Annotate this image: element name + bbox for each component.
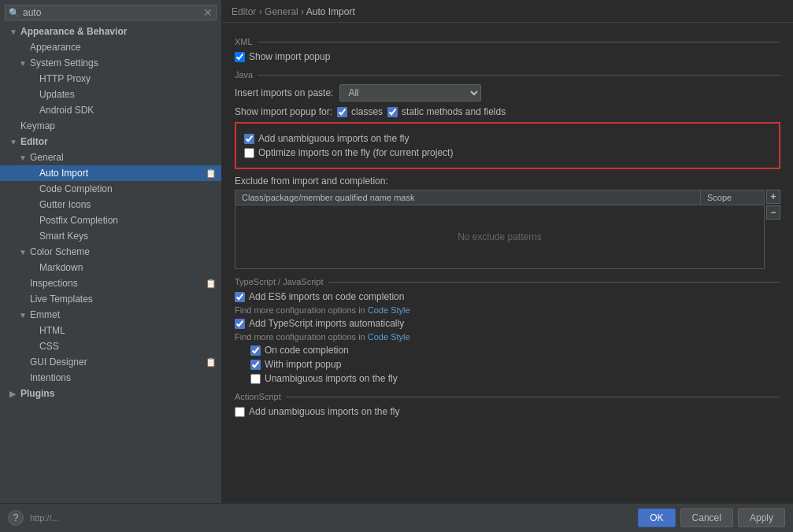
sidebar-item-plugins[interactable]: ▶ Plugins: [0, 386, 221, 401]
breadcrumb-editor: Editor: [232, 6, 256, 17]
optimize-imports-label[interactable]: Optimize imports on the fly (for current…: [244, 147, 453, 158]
add-es6-checkbox[interactable]: [235, 292, 245, 302]
sidebar-item-editor[interactable]: ▼ Editor: [0, 134, 221, 150]
sidebar-item-label: HTTP Proxy: [39, 73, 91, 84]
sidebar-item-android-sdk[interactable]: Android SDK: [0, 102, 221, 118]
sidebar-item-emmet[interactable]: ▼ Emmet: [0, 307, 221, 323]
sidebar-item-system-settings[interactable]: ▼ System Settings: [0, 55, 221, 71]
sidebar-item-live-templates[interactable]: Live Templates: [0, 291, 221, 307]
sidebar-item-html[interactable]: HTML: [0, 323, 221, 338]
more-config-ts2: Find more configuration options in Code …: [235, 332, 780, 342]
search-clear-icon[interactable]: ✕: [203, 7, 213, 18]
sidebar-item-label: Code Completion: [39, 183, 113, 194]
classes-checkbox[interactable]: [337, 107, 347, 117]
breadcrumb: Editor › General › Auto Import: [222, 0, 793, 23]
sidebar-item-code-completion[interactable]: Code Completion: [0, 181, 221, 197]
sidebar-item-gui-designer[interactable]: GUI Designer 📋: [0, 354, 221, 370]
on-code-completion-row: On code completion: [250, 345, 780, 356]
sidebar-item-label: Gutter Icons: [39, 199, 91, 210]
add-typescript-row: Add TypeScript imports automatically: [235, 318, 780, 329]
sidebar-item-http-proxy[interactable]: HTTP Proxy: [0, 71, 221, 87]
search-icon: 🔍: [9, 8, 20, 18]
search-input[interactable]: [23, 7, 203, 18]
with-import-popup-label[interactable]: With import popup: [250, 359, 341, 370]
breadcrumb-current: Auto Import: [306, 6, 355, 17]
sidebar-item-postfix-completion[interactable]: Postfix Completion: [0, 212, 221, 228]
table-header: Class/package/member qualified name mask…: [235, 190, 764, 205]
cancel-button[interactable]: Cancel: [680, 508, 733, 527]
sidebar-item-intentions[interactable]: Intentions: [0, 370, 221, 386]
add-typescript-label[interactable]: Add TypeScript imports automatically: [235, 318, 404, 329]
more-config-ts1: Find more configuration options in Code …: [235, 305, 780, 315]
static-methods-checkbox[interactable]: [387, 107, 398, 117]
sidebar-item-css[interactable]: CSS: [0, 338, 221, 354]
add-unambiguous-as-label[interactable]: Add unambiguous imports on the fly: [235, 406, 399, 417]
sidebar-item-smart-keys[interactable]: Smart Keys: [0, 228, 221, 244]
sidebar-item-label: Appearance: [30, 42, 81, 53]
add-es6-row: Add ES6 imports on code completion: [235, 291, 780, 302]
show-import-popup-for-label: Show import popup for:: [235, 106, 332, 117]
sidebar-item-label: Live Templates: [30, 294, 93, 305]
actionscript-section-label: ActionScript: [235, 392, 780, 401]
tree-container: ▼ Appearance & Behavior Appearance ▼ Sys…: [0, 24, 221, 503]
classes-option[interactable]: classes: [337, 106, 383, 117]
sidebar-item-label: Keymap: [20, 120, 55, 131]
add-row-button[interactable]: +: [766, 190, 780, 204]
sidebar-item-label: Markdown: [39, 262, 83, 273]
insert-imports-select[interactable]: All Ask None: [339, 84, 481, 102]
ts-js-section-label: TypeScript / JavaScript: [235, 277, 780, 286]
show-import-popup-checkbox[interactable]: [235, 52, 245, 62]
status-hint: http://...: [30, 513, 59, 523]
breadcrumb-general: General: [265, 6, 298, 17]
sidebar-item-general[interactable]: ▼ General: [0, 150, 221, 165]
optimize-imports-row: Optimize imports on the fly (for current…: [244, 147, 771, 158]
sidebar-item-color-scheme[interactable]: ▼ Color Scheme: [0, 244, 221, 260]
help-button[interactable]: ?: [8, 510, 24, 526]
sidebar-item-inspections[interactable]: Inspections 📋: [0, 275, 221, 291]
sidebar-item-label: HTML: [39, 325, 65, 336]
highlighted-options-box: Add unambiguous imports on the fly Optim…: [235, 122, 780, 169]
bottom-left: ? http://...: [8, 510, 59, 526]
expand-icon: ▼: [19, 248, 30, 257]
sidebar-item-updates[interactable]: Updates: [0, 87, 221, 102]
ok-button[interactable]: OK: [638, 508, 675, 527]
unambiguous-imports-checkbox[interactable]: [250, 374, 261, 384]
sidebar-item-markdown[interactable]: Markdown: [0, 260, 221, 275]
add-typescript-checkbox[interactable]: [235, 319, 245, 329]
show-import-popup-label[interactable]: Show import popup: [235, 51, 330, 62]
add-unambiguous-checkbox[interactable]: [244, 134, 254, 144]
sidebar-item-gutter-icons[interactable]: Gutter Icons: [0, 197, 221, 212]
search-box[interactable]: 🔍 ✕: [5, 5, 217, 20]
on-code-completion-checkbox[interactable]: [250, 345, 261, 356]
settings-dialog: 🔍 ✕ ▼ Appearance & Behavior Appearance ▼…: [0, 0, 793, 532]
table-body: No exclude patterns: [235, 205, 764, 268]
remove-row-button[interactable]: −: [766, 205, 780, 220]
sidebar-item-label: System Settings: [30, 57, 98, 68]
sidebar-badge-inspections: 📋: [206, 279, 217, 289]
unambiguous-imports-label[interactable]: Unambiguous imports on the fly: [250, 373, 398, 384]
main-content: XML Show import popup Java Insert import…: [222, 23, 793, 503]
code-style-link1[interactable]: Code Style: [368, 305, 410, 315]
apply-button[interactable]: Apply: [738, 508, 785, 527]
static-methods-option[interactable]: static methods and fields: [387, 106, 506, 117]
on-code-completion-label[interactable]: On code completion: [250, 345, 349, 356]
right-panel: Editor › General › Auto Import XML Show …: [222, 0, 793, 503]
sidebar-item-appearance[interactable]: Appearance: [0, 39, 221, 55]
add-unambiguous-as-checkbox[interactable]: [235, 407, 245, 417]
optimize-imports-checkbox[interactable]: [244, 148, 254, 158]
table-sidebar: + −: [766, 190, 780, 269]
left-panel: 🔍 ✕ ▼ Appearance & Behavior Appearance ▼…: [0, 0, 222, 503]
code-style-link2[interactable]: Code Style: [368, 332, 410, 342]
add-unambiguous-row: Add unambiguous imports on the fly: [244, 133, 771, 144]
sidebar-item-auto-import[interactable]: Auto Import 📋: [0, 165, 221, 181]
with-import-popup-row: With import popup: [250, 359, 780, 370]
exclude-section: Exclude from import and completion: Clas…: [235, 175, 780, 269]
insert-imports-row: Insert imports on paste: All Ask None: [235, 84, 780, 102]
with-import-popup-checkbox[interactable]: [250, 360, 261, 370]
sidebar-item-appearance-behavior[interactable]: ▼ Appearance & Behavior: [0, 24, 221, 39]
sidebar-item-label: General: [30, 152, 64, 163]
add-unambiguous-label[interactable]: Add unambiguous imports on the fly: [244, 133, 409, 144]
add-es6-label[interactable]: Add ES6 imports on code completion: [235, 291, 404, 302]
sidebar-item-keymap[interactable]: Keymap: [0, 118, 221, 134]
sidebar-item-label: Color Scheme: [30, 246, 90, 257]
